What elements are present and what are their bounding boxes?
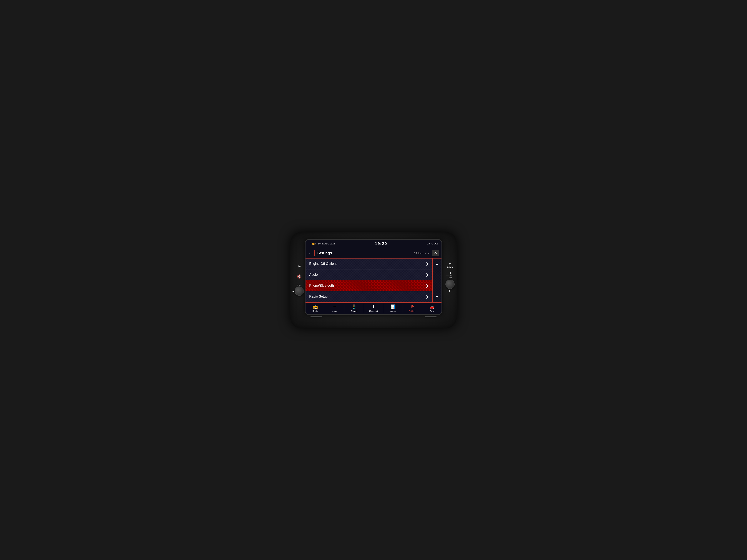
menu-arrow-icon: ❯: [426, 284, 429, 288]
brightness-icon[interactable]: ✳: [298, 264, 301, 269]
menu-list: Engine Off Options ❯ Audio ❯ Phone/Bluet…: [306, 259, 432, 302]
temperature-display: 19 °C Out: [427, 242, 438, 245]
nav-item-audio[interactable]: 📊 Audio: [383, 302, 403, 314]
radio-station-label: DAB: ABC Jazz: [318, 242, 335, 245]
menu-arrow-icon: ❯: [426, 273, 429, 277]
volume-control[interactable]: VOL ◀ ▶: [292, 284, 306, 296]
menu-item-label: Engine Off Options: [309, 262, 337, 266]
menu-item-radio-setup[interactable]: Radio Setup ❯: [306, 291, 432, 302]
nav-item-phone[interactable]: 📱 Phone: [344, 302, 364, 314]
left-bumper: [310, 316, 321, 317]
page-title: Settings: [317, 251, 414, 255]
back-arrow-icon: ⬅: [447, 262, 453, 266]
back-button[interactable]: ⬅ BACK: [447, 262, 453, 268]
header-bar: ← Settings 13 items in list ✕: [306, 248, 441, 259]
trip-nav-icon: 🚗: [430, 304, 434, 309]
menu-item-label: Audio: [309, 273, 318, 277]
nav-label: Trip: [430, 310, 434, 312]
scroll-tune-label: SCROLLTUNE: [445, 274, 455, 279]
back-nav-button[interactable]: ←: [308, 250, 312, 256]
close-button[interactable]: ✕: [432, 250, 439, 256]
nav-item-radio[interactable]: 📻 Radio: [306, 302, 325, 314]
volume-knob[interactable]: [294, 287, 304, 296]
menu-arrow-icon: ❯: [426, 295, 429, 299]
media-nav-icon: ≡: [333, 304, 336, 310]
car-surround: ✳ 🔇 VOL ◀ ▶ ⬅ BACK ◀ SCROLLTUNE ▶ 〔📻: [290, 232, 457, 328]
items-count: 13 items in list: [414, 252, 430, 255]
nav-item-uconnect[interactable]: ⬆ Uconnect: [364, 302, 383, 314]
radio-nav-icon: 📻: [313, 304, 318, 309]
menu-item-label: Phone/Bluetooth: [309, 284, 334, 288]
nav-item-settings[interactable]: ⚙ Settings: [403, 302, 422, 314]
status-bar: 〔📻〕 DAB: ABC Jazz 19:20 19 °C Out: [306, 240, 441, 248]
menu-item-label: Radio Setup: [309, 295, 328, 298]
uconnect-nav-icon: ⬆: [372, 304, 375, 309]
bumpers: [305, 316, 442, 317]
nav-label: Media: [332, 311, 337, 313]
status-left: 〔📻〕 DAB: ABC Jazz: [309, 242, 335, 245]
scroll-up-button[interactable]: ▲: [433, 260, 441, 268]
right-side-controls: ⬅ BACK ◀ SCROLLTUNE ▶: [445, 262, 455, 292]
mute-icon[interactable]: 🔇: [297, 274, 302, 279]
left-side-controls: ✳ 🔇 VOL ◀ ▶: [292, 264, 306, 296]
nav-label: Radio: [313, 310, 318, 312]
right-bumper: [426, 316, 437, 317]
audio-nav-icon: 📊: [390, 304, 395, 309]
bottom-nav: 📻 Radio ≡ Media 📱 Phone ⬆ Uconnect 📊: [306, 302, 441, 314]
menu-area: Engine Off Options ❯ Audio ❯ Phone/Bluet…: [306, 259, 441, 302]
scroll-tune-knob[interactable]: [445, 279, 455, 289]
vol-label: VOL: [297, 284, 301, 286]
scroll-down-button[interactable]: ▼: [433, 293, 441, 300]
wifi-icon: 〔📻〕: [309, 242, 317, 245]
nav-label: Settings: [409, 310, 416, 312]
menu-item-engine-off-options[interactable]: Engine Off Options ❯: [306, 259, 432, 269]
main-screen: 〔📻〕 DAB: ABC Jazz 19:20 19 °C Out ← Sett…: [305, 239, 442, 315]
nav-label: Phone: [351, 310, 357, 312]
nav-label: Uconnect: [369, 310, 378, 312]
settings-nav-icon: ⚙: [411, 304, 414, 309]
phone-nav-icon: 📱: [352, 304, 357, 309]
scroll-tune-control[interactable]: ◀ SCROLLTUNE ▶: [445, 272, 455, 292]
time-display: 19:20: [375, 241, 387, 246]
nav-item-media[interactable]: ≡ Media: [325, 302, 344, 314]
menu-item-phone-bluetooth[interactable]: Phone/Bluetooth ❯: [306, 281, 432, 291]
back-label: BACK: [447, 266, 453, 268]
scroll-sidebar: ▲ ▼: [432, 259, 441, 302]
menu-item-audio[interactable]: Audio ❯: [306, 269, 432, 281]
nav-label: Audio: [390, 310, 395, 312]
nav-item-trip[interactable]: 🚗 Trip: [422, 302, 441, 314]
header-divider: [314, 250, 315, 256]
menu-arrow-icon: ❯: [426, 262, 429, 266]
